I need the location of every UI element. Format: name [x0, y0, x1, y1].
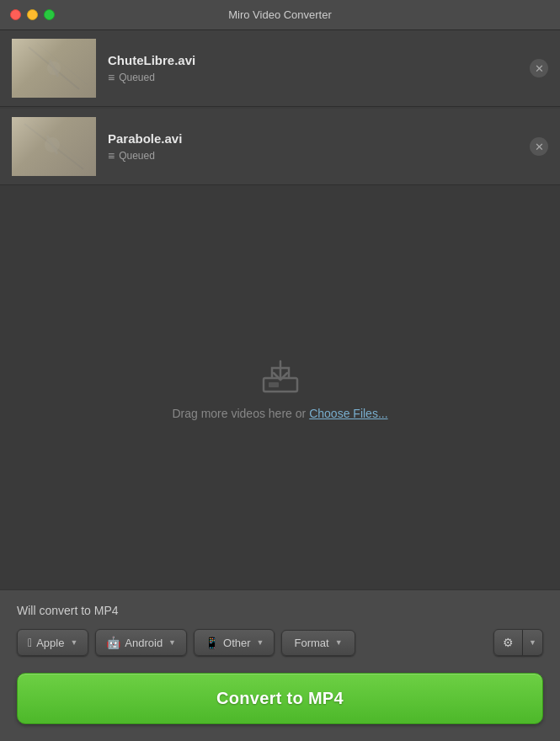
svg-line-10: [47, 136, 57, 154]
settings-button-group: ⚙ ▼: [493, 629, 543, 656]
other-arrow-icon: ▼: [257, 638, 264, 647]
queued-icon: ≡: [108, 149, 115, 163]
svg-line-2: [37, 43, 88, 85]
android-button[interactable]: 🤖 Android ▼: [95, 629, 187, 656]
maximize-button[interactable]: [44, 9, 55, 20]
apple-button[interactable]:  Apple ▼: [17, 629, 88, 656]
bottom-panel: Will convert to MP4  Apple ▼ 🤖 Android …: [0, 589, 560, 741]
thumbnail-2: [12, 117, 96, 176]
thumbnail-1: [12, 39, 96, 98]
format-buttons-row:  Apple ▼ 🤖 Android ▼ 📱 Other ▼ Format ▼…: [17, 629, 543, 656]
android-icon: 🤖: [106, 636, 120, 649]
queue-item: Parabole.avi ≡ Queued ✕: [0, 109, 560, 185]
apple-icon: : [28, 636, 32, 649]
format-button[interactable]: Format ▼: [281, 630, 355, 656]
drop-icon: [260, 355, 301, 398]
remove-item-1-button[interactable]: ✕: [530, 59, 548, 77]
title-bar: Miro Video Converter: [0, 0, 560, 30]
drop-text: Drag more videos here or Choose Files...: [172, 407, 387, 420]
svg-point-3: [47, 61, 61, 75]
other-button[interactable]: 📱 Other ▼: [194, 629, 275, 656]
drop-zone[interactable]: Drag more videos here or Choose Files...: [0, 185, 560, 589]
queue-area: ChuteLibre.avi ≡ Queued ✕ Parabole.avi: [0, 30, 560, 185]
svg-point-9: [45, 137, 60, 152]
convert-status: Will convert to MP4: [17, 604, 543, 617]
convert-button[interactable]: Convert to MP4: [17, 673, 543, 724]
remove-item-2-button[interactable]: ✕: [530, 137, 548, 156]
svg-line-5: [50, 60, 58, 77]
settings-dropdown-button[interactable]: ▼: [523, 629, 543, 656]
svg-line-1: [29, 47, 79, 89]
close-button[interactable]: [10, 9, 21, 20]
svg-rect-13: [269, 382, 279, 387]
queue-status: ≡ Queued: [108, 149, 530, 163]
choose-files-button[interactable]: Choose Files...: [309, 407, 387, 420]
svg-line-7: [24, 124, 83, 169]
queue-item-info: Parabole.avi ≡ Queued: [96, 131, 530, 163]
settings-chevron-icon: ▼: [529, 638, 536, 647]
queued-icon: ≡: [108, 71, 115, 84]
apple-arrow-icon: ▼: [70, 638, 77, 647]
queue-status: ≡ Queued: [108, 71, 530, 84]
queue-filename: Parabole.avi: [108, 131, 530, 146]
android-arrow-icon: ▼: [168, 638, 176, 647]
svg-rect-0: [12, 39, 96, 98]
queue-filename: ChuteLibre.avi: [108, 53, 530, 67]
other-icon: 📱: [205, 636, 219, 649]
app-title: Miro Video Converter: [228, 8, 332, 21]
minimize-button[interactable]: [27, 9, 38, 20]
svg-line-8: [33, 121, 86, 166]
svg-line-4: [50, 60, 58, 77]
queue-item-info: ChuteLibre.avi ≡ Queued: [96, 53, 530, 84]
window-controls[interactable]: [10, 9, 55, 20]
format-arrow-icon: ▼: [335, 638, 343, 647]
queue-item: ChuteLibre.avi ≡ Queued ✕: [0, 30, 560, 107]
svg-rect-6: [12, 117, 96, 176]
gear-icon: ⚙: [503, 636, 514, 649]
settings-button[interactable]: ⚙: [493, 629, 523, 656]
